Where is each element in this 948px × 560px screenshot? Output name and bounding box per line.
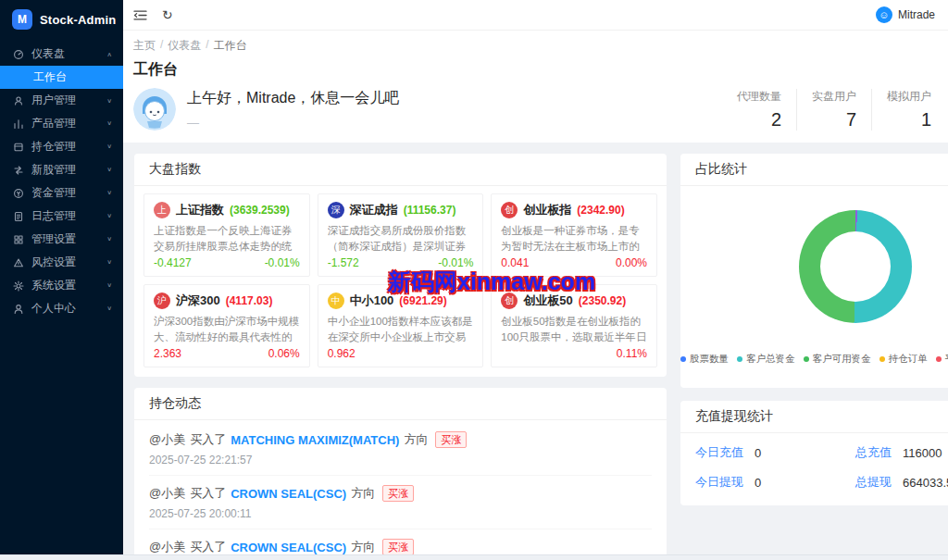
legend-item-total-funds[interactable]: 客户总资金: [737, 353, 795, 366]
sidebar-item-label: 管理设置: [31, 231, 106, 247]
sidebar-item-admin-settings[interactable]: 管理设置 ∨: [0, 228, 123, 251]
chevron-down-icon: ∨: [106, 305, 112, 312]
greeting-text: 上午好，Mitrade，休息一会儿吧: [187, 89, 399, 108]
legend-item-closed-orders[interactable]: 平仓订单: [936, 353, 948, 366]
sidebar-item-user-mgmt[interactable]: 用户管理 ∨: [0, 89, 123, 112]
sidebar-item-dashboard[interactable]: 仪表盘 ∧: [0, 43, 123, 66]
chevron-down-icon: ∨: [106, 282, 112, 289]
recharge-withdraw-title: 充值提现统计: [680, 401, 948, 433]
sidebar-item-system-settings[interactable]: 系统设置 ∨: [0, 274, 123, 297]
stat-agent-count: 代理数量 2: [722, 89, 796, 131]
chevron-down-icon: ∨: [106, 259, 112, 266]
greeting-avatar: [133, 88, 176, 131]
page-header: 主页/ 仪表盘/ 工作台 工作台 上午好，Mitrade，休息一会儿吧 —: [123, 31, 948, 143]
ratio-stats-card: 占比统计 股票数量 客户总资金 客户可用资金 持仓订单 平仓订单 总入金: [680, 154, 948, 388]
sidebar-item-position-mgmt[interactable]: 持仓管理 ∨: [0, 135, 123, 158]
sidebar-item-funds-mgmt[interactable]: 资金管理 ∨: [0, 181, 123, 205]
chevron-down-icon: ∨: [106, 167, 112, 173]
index-icon: 中: [328, 292, 344, 309]
greeting-subtext: —: [187, 116, 399, 130]
chevron-down-icon: ∨: [106, 190, 112, 196]
position-timestamp: 2025-07-25 20:00:11: [149, 507, 652, 520]
index-icon: 上: [154, 202, 170, 218]
ratio-stats-title: 占比统计: [680, 154, 948, 186]
stat-demo-users: 模拟用户 1: [871, 89, 933, 131]
page-title: 工作台: [133, 60, 933, 80]
sidebar-item-product-mgmt[interactable]: 产品管理 ∨: [0, 112, 123, 135]
chevron-down-icon: ∨: [106, 143, 112, 150]
sidebar-item-label: 风控设置: [31, 255, 106, 270]
horizontal-scrollbar[interactable]: [0, 554, 948, 560]
breadcrumb-home[interactable]: 主页: [133, 38, 156, 54]
position-activity-title: 持仓动态: [134, 388, 667, 420]
user-name: Mitrade: [898, 8, 935, 21]
stat-real-users: 实盘用户 7: [796, 89, 871, 131]
sidebar-item-label: 持仓管理: [31, 139, 106, 155]
sidebar: M Stock-Admin 仪表盘 ∧ 工作台 用户管理 ∨ 产品管理 ∨ 持仓…: [0, 0, 123, 560]
index-icon: 创: [501, 202, 518, 218]
market-index-grid: 上 上证指数 (3639.2539) 上证指数是一个反映上海证券交易所挂牌股票总…: [134, 186, 667, 377]
today-withdraw: 今日提现0: [695, 474, 855, 491]
breadcrumb-dashboard[interactable]: 仪表盘: [168, 38, 201, 54]
app-logo[interactable]: M Stock-Admin: [0, 0, 123, 39]
index-tile-chinext50: 创 创业板50 (2350.92) 创业板50指数是在创业板指的100只股票中，…: [491, 284, 657, 367]
warning-triangle-icon: [13, 257, 24, 268]
coin-icon: [13, 188, 24, 199]
sidebar-item-label: 仪表盘: [31, 46, 106, 62]
sidebar-menu: 仪表盘 ∧ 工作台 用户管理 ∨ 产品管理 ∨ 持仓管理 ∨ 新股管理 ∨ 资: [0, 43, 123, 320]
legend-item-open-orders[interactable]: 持仓订单: [879, 353, 928, 366]
user-menu[interactable]: ☺ Mitrade: [876, 6, 935, 23]
sidebar-item-log-mgmt[interactable]: 日志管理 ∨: [0, 205, 123, 228]
grid-icon: [13, 234, 24, 245]
reload-icon[interactable]: ↻: [162, 7, 173, 22]
index-tile-sme100: 中 中小100 (6921.29) 中小企业100指数样本应该都是在深交所中小企…: [318, 284, 484, 367]
app-logo-icon: M: [12, 9, 32, 30]
breadcrumb-current: 工作台: [214, 38, 247, 54]
sidebar-item-label: 个人中心: [31, 301, 106, 317]
dashboard-icon: [13, 49, 24, 60]
sidebar-subitem-label: 工作台: [33, 69, 67, 85]
index-tile-hs300: 沪 沪深300 (4117.03) 沪深300指数由沪深市场中规模大、流动性好的…: [143, 284, 310, 367]
position-stock-link[interactable]: CROWN SEAL(CSC): [231, 487, 346, 501]
index-icon: 沪: [154, 292, 170, 309]
user-avatar: ☺: [876, 6, 892, 23]
chevron-up-icon: ∧: [106, 51, 112, 57]
topbar: ↻ ☺ Mitrade: [123, 0, 948, 31]
chevron-down-icon: ∨: [106, 97, 112, 104]
sidebar-item-workbench-active[interactable]: 工作台: [0, 66, 123, 89]
market-index-title: 大盘指数: [134, 154, 667, 186]
position-user: @小美: [149, 485, 185, 502]
index-icon: 深: [328, 202, 344, 218]
position-activity-card: 持仓动态 @小美 买入了 MATCHING MAXIMIZ(MATCH) 方向 …: [134, 388, 667, 560]
document-icon: [13, 211, 24, 222]
legend-dot: [737, 356, 742, 362]
sidebar-item-personal-center[interactable]: 个人中心 ∨: [0, 297, 123, 320]
direction-badge: 买涨: [382, 539, 414, 555]
index-icon: 创: [501, 292, 518, 309]
index-tile-chinext: 创 创业板指 (2342.90) 创业板是一种证券市场，是专为暂时无法在主板市场…: [491, 193, 657, 277]
position-user: @小美: [149, 431, 185, 448]
position-stock-link[interactable]: MATCHING MAXIMIZ(MATCH): [231, 433, 399, 447]
position-stock-link[interactable]: CROWN SEAL(CSC): [231, 541, 346, 554]
position-user: @小美: [149, 539, 185, 555]
chevron-down-icon: ∨: [106, 120, 112, 127]
legend-dot: [804, 356, 809, 362]
direction-badge: 买涨: [382, 485, 414, 502]
sidebar-item-label: 日志管理: [31, 208, 106, 224]
chevron-down-icon: ∨: [106, 213, 112, 219]
menu-fold-icon[interactable]: [133, 9, 147, 21]
users-icon: [13, 95, 24, 106]
header-stats: 代理数量 2 实盘用户 7 模拟用户 1: [722, 89, 933, 131]
sidebar-item-risk-settings[interactable]: 风控设置 ∨: [0, 251, 123, 274]
legend-dot: [680, 356, 686, 362]
sidebar-item-newstock-mgmt[interactable]: 新股管理 ∨: [0, 158, 123, 181]
chevron-down-icon: ∨: [106, 236, 112, 243]
app-title: Stock-Admin: [40, 13, 116, 27]
total-recharge: 总充值116000: [855, 444, 948, 461]
gear-icon: [13, 280, 24, 292]
swap-arrows-icon: [13, 165, 24, 176]
sidebar-item-label: 产品管理: [31, 116, 106, 131]
legend-dot: [879, 356, 885, 362]
legend-item-stock-count[interactable]: 股票数量: [680, 353, 729, 366]
legend-item-available-funds[interactable]: 客户可用资金: [804, 353, 871, 366]
